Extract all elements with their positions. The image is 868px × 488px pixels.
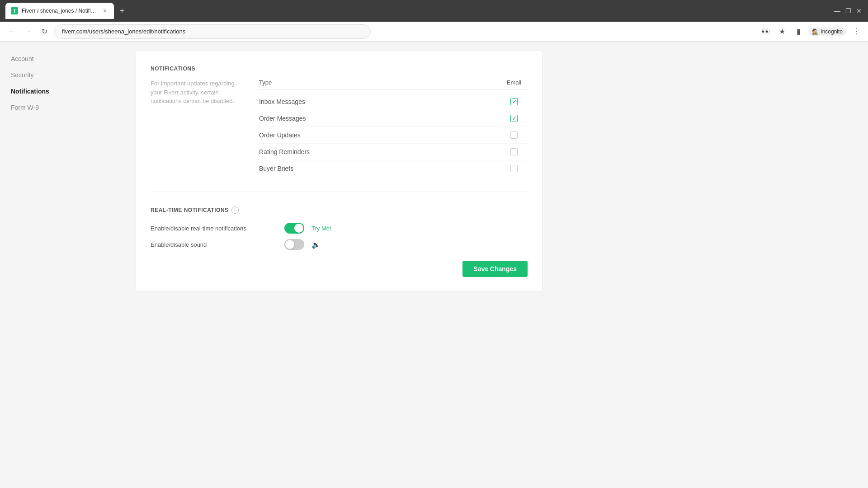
table-header: Type Email (259, 79, 528, 90)
realtime-toggle-knob (294, 224, 303, 233)
table-row: Order Messages (259, 110, 528, 127)
bookmark-icon[interactable]: ★ (776, 25, 788, 38)
email-column-header: Email (500, 79, 528, 86)
save-changes-button[interactable]: Save Changes (462, 261, 528, 277)
rating-reminders-checkbox-cell (500, 148, 528, 155)
notifications-description: For important updates regarding your Fiv… (151, 79, 241, 177)
sidebar-item-security[interactable]: Security (0, 67, 127, 83)
page-content: Account Security Notifications Form W-9 … (0, 42, 868, 488)
row-label-order-updates: Order Updates (259, 131, 301, 139)
incognito-badge: 🕵 Incognito (808, 28, 846, 36)
sidePanel-icon[interactable]: ▮ (792, 25, 805, 38)
sound-icon: 🔉 (311, 240, 321, 249)
realtime-section-title: REAL-TIME NOTIFICATIONS (151, 207, 229, 213)
sound-toggle-row: Enable/disable sound 🔉 (151, 239, 528, 250)
active-tab[interactable]: f Fiverr / sheena_jones / Notifica... × (5, 3, 114, 19)
incognito-icon: 🕵 (812, 28, 819, 35)
notifications-table: Type Email Inbox Messages Order Messages (259, 79, 528, 177)
buyer-briefs-checkbox[interactable] (510, 165, 518, 172)
rating-reminders-checkbox[interactable] (510, 148, 518, 155)
realtime-header: REAL-TIME NOTIFICATIONS i (151, 206, 528, 214)
row-label-order-messages: Order Messages (259, 115, 306, 122)
new-tab-button[interactable]: + (116, 5, 128, 17)
settings-card: NOTIFICATIONS For important updates rega… (136, 51, 542, 292)
browser-chrome: f Fiverr / sheena_jones / Notifica... × … (0, 0, 868, 22)
more-options-icon[interactable]: ⋮ (850, 25, 863, 38)
sidebar-item-notifications[interactable]: Notifications (0, 83, 127, 99)
window-controls: — ❐ ✕ (834, 7, 863, 14)
notifications-layout: For important updates regarding your Fiv… (151, 79, 528, 177)
order-messages-checkbox-cell (500, 115, 528, 122)
sidebar: Account Security Notifications Form W-9 (0, 42, 127, 488)
section-divider (151, 192, 528, 192)
sound-toggle-knob (285, 240, 294, 249)
order-updates-checkbox-cell (500, 131, 528, 139)
address-input[interactable] (54, 24, 371, 39)
order-messages-checkbox[interactable] (510, 115, 518, 122)
reload-button[interactable]: ↻ (38, 25, 51, 38)
realtime-toggle[interactable] (284, 223, 304, 234)
tab-title: Fiverr / sheena_jones / Notifica... (22, 8, 98, 14)
inbox-messages-checkbox[interactable] (510, 98, 518, 105)
table-row: Inbox Messages (259, 94, 528, 110)
address-bar-row: ← → ↻ 👀 ★ ▮ 🕵 Incognito ⋮ (0, 22, 868, 42)
try-me-link[interactable]: Try Me! (311, 225, 331, 232)
tab-bar: f Fiverr / sheena_jones / Notifica... × … (5, 3, 826, 19)
tab-close-button[interactable]: × (101, 7, 108, 14)
order-updates-checkbox[interactable] (510, 131, 518, 139)
minimize-button[interactable]: — (834, 7, 841, 14)
sound-toggle-label: Enable/disable sound (151, 241, 277, 248)
table-row: Order Updates (259, 127, 528, 144)
row-label-rating-reminders: Rating Reminders (259, 148, 310, 155)
inbox-messages-checkbox-cell (500, 98, 528, 105)
save-btn-row: Save Changes (151, 261, 528, 277)
table-row: Rating Reminders (259, 144, 528, 160)
realtime-toggle-row: Enable/disable real-time notifications T… (151, 223, 528, 234)
sound-toggle[interactable] (284, 239, 304, 250)
buyer-briefs-checkbox-cell (500, 165, 528, 172)
address-icons: 👀 ★ ▮ 🕵 Incognito ⋮ (760, 25, 863, 38)
eyeslash-icon[interactable]: 👀 (760, 25, 772, 38)
sidebar-item-account[interactable]: Account (0, 51, 127, 67)
row-label-buyer-briefs: Buyer Briefs (259, 165, 293, 172)
close-window-button[interactable]: ✕ (855, 7, 863, 14)
info-icon[interactable]: i (231, 206, 239, 214)
sidebar-item-form-w9[interactable]: Form W-9 (0, 99, 127, 116)
tab-favicon: f (11, 7, 18, 14)
incognito-label: Incognito (821, 28, 843, 35)
back-button[interactable]: ← (5, 25, 18, 38)
row-label-inbox-messages: Inbox Messages (259, 98, 305, 105)
table-row: Buyer Briefs (259, 160, 528, 177)
realtime-toggle-label: Enable/disable real-time notifications (151, 225, 277, 232)
type-column-header: Type (259, 79, 272, 86)
notifications-section-title: NOTIFICATIONS (151, 66, 528, 72)
forward-button[interactable]: → (22, 25, 34, 38)
maximize-button[interactable]: ❐ (844, 7, 852, 14)
main-content: NOTIFICATIONS For important updates rega… (127, 42, 868, 488)
